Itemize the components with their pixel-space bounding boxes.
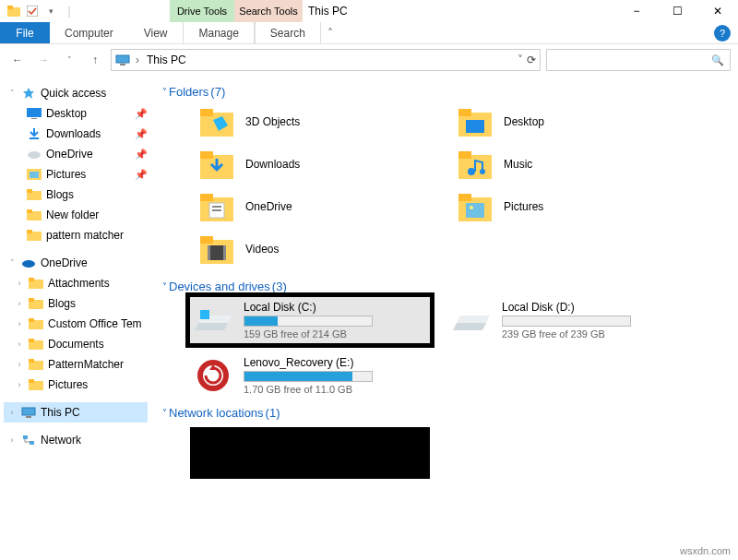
network-section-header[interactable]: ˅ Network locations (1) [162,406,727,420]
section-count: (7) [210,85,225,99]
tree-label: Attachments [48,277,148,290]
recent-locations-button[interactable]: ˅ [59,50,79,70]
address-dropdown-icon[interactable]: ˅ [518,54,523,66]
drive-free-text: 239 GB free of 239 GB [502,328,684,340]
close-button[interactable]: ✕ [697,0,738,22]
tree-network[interactable]: › Network [4,430,148,450]
breadcrumb-caret-icon[interactable]: › [134,54,141,66]
videos-folder-icon [199,232,234,267]
svg-rect-1 [7,6,13,9]
svg-rect-22 [29,298,34,302]
qat-dropdown-icon[interactable]: ▾ [42,3,59,19]
drive-local-c[interactable]: Local Disk (C:) 159 GB free of 214 GB [190,297,430,343]
folder-label: Desktop [504,115,544,128]
svg-rect-31 [22,408,35,415]
qat-check-icon[interactable] [24,3,41,19]
svg-rect-42 [200,151,213,159]
svg-rect-15 [27,209,32,213]
breadcrumb-this-pc[interactable]: This PC [145,54,188,66]
network-location-redacted[interactable] [190,427,430,479]
search-input[interactable]: Search This PC 🔍 [546,49,731,71]
tree-documents[interactable]: › Documents [4,334,148,354]
window-title: This PC [308,5,348,18]
chevron-right-icon[interactable]: › [15,340,24,349]
tree-pattern-matcher[interactable]: pattern matcher [4,225,148,245]
chevron-down-icon[interactable]: ˅ [7,258,17,268]
tree-attachments[interactable]: › Attachments [4,273,148,293]
tree-onedrive[interactable]: OneDrive 📌 [4,144,148,164]
chevron-down-icon[interactable]: ˅ [162,408,167,418]
folder-music[interactable]: Music [458,145,697,184]
drive-usage-bar [244,316,373,327]
chevron-right-icon[interactable]: › [15,380,24,389]
svg-rect-8 [30,137,39,139]
chevron-right-icon[interactable]: › [15,319,24,328]
tree-downloads[interactable]: Downloads 📌 [4,124,148,144]
back-button[interactable]: ← [7,50,28,70]
forward-button[interactable]: → [33,50,54,70]
tree-label: pattern matcher [46,229,148,242]
folder-pictures[interactable]: Pictures [458,187,697,226]
folder-onedrive[interactable]: OneDrive [199,187,439,226]
downloads-folder-icon [199,147,234,182]
drive-recovery-e[interactable]: Lenovo_Recovery (E:) 1.70 GB free of 11.… [190,352,430,399]
chevron-right-icon[interactable]: › [15,360,24,369]
chevron-right-icon[interactable]: › [15,279,24,288]
svg-rect-50 [212,206,221,208]
tree-label: Blogs [46,188,148,201]
drive-local-d[interactable]: Local Disk (D:) 239 GB free of 239 GB [448,297,688,343]
maximize-button[interactable]: ☐ [657,0,697,22]
address-bar[interactable]: › This PC ˅ ⟳ [111,49,541,71]
chevron-right-icon[interactable]: › [15,299,24,308]
tree-label: Blogs [48,297,148,310]
up-button[interactable]: ↑ [85,50,105,70]
tree-custom-office[interactable]: › Custom Office Tem [4,314,148,334]
help-button[interactable]: ? [714,25,731,42]
search-icon[interactable]: 🔍 [711,54,724,66]
folders-section-header[interactable]: ˅ Folders (7) [162,85,727,99]
tree-patternmatcher-2[interactable]: › PatternMatcher [4,354,148,375]
drive-free-text: 159 GB free of 214 GB [244,328,426,340]
tree-label: Custom Office Tem [48,317,148,330]
file-tab[interactable]: File [0,22,50,43]
pin-icon: 📌 [135,149,148,161]
pictures-icon [26,167,42,182]
pin-icon: 📌 [135,128,148,140]
drive-tools-context-tab[interactable]: Drive Tools [170,0,234,22]
svg-rect-17 [27,230,32,233]
svg-rect-60 [223,245,226,260]
chevron-right-icon[interactable]: › [7,435,17,445]
tree-blogs-2[interactable]: › Blogs [4,293,148,314]
tree-onedrive-root[interactable]: ˅ OneDrive [4,253,148,273]
drives-section-header[interactable]: ˅ Devices and drives (3) [162,280,727,293]
tree-new-folder[interactable]: New folder [4,205,148,225]
refresh-button[interactable]: ⟳ [527,54,536,66]
folder-icon [26,228,42,243]
tree-this-pc[interactable]: › This PC [4,402,148,423]
chevron-down-icon[interactable]: ˅ [162,281,167,292]
view-tab[interactable]: View [129,22,184,43]
expand-ribbon-icon[interactable]: ˄ [321,22,339,43]
search-tools-context-tab[interactable]: Search Tools [234,0,303,22]
tree-blogs[interactable]: Blogs [4,185,148,205]
tree-quick-access[interactable]: ˅ Quick access [4,83,148,103]
tree-pictures[interactable]: Pictures 📌 [4,164,148,185]
minimize-button[interactable]: − [616,0,657,22]
chevron-down-icon[interactable]: ˅ [7,89,17,98]
svg-rect-51 [212,209,221,211]
tree-label: Network [41,434,148,447]
tree-pictures-2[interactable]: › Pictures [4,375,148,395]
chevron-right-icon[interactable]: › [7,408,17,417]
computer-tab[interactable]: Computer [50,22,129,43]
folder-downloads[interactable]: Downloads [199,145,439,184]
tree-desktop[interactable]: Desktop 📌 [4,103,148,124]
folder-icon [28,357,44,372]
folder-icon [28,296,44,311]
chevron-down-icon[interactable]: ˅ [162,87,167,97]
folder-videos[interactable]: Videos [199,230,439,268]
search-tab[interactable]: Search [255,22,321,43]
svg-marker-5 [23,88,34,99]
folder-desktop[interactable]: Desktop [458,102,697,141]
manage-tab[interactable]: Manage [183,22,254,43]
folder-3d-objects[interactable]: 3D Objects [199,102,439,141]
